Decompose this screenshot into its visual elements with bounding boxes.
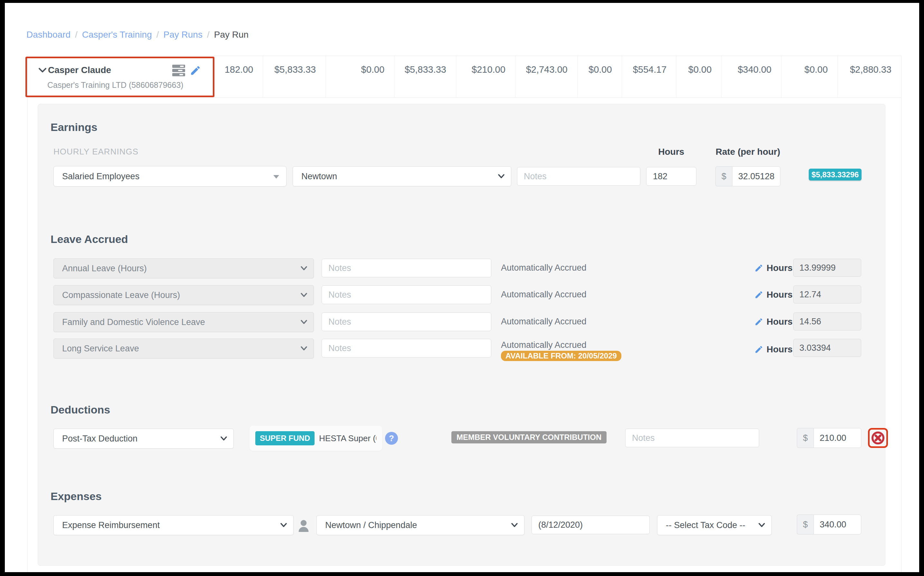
pay-category-value: Salaried Employees — [62, 171, 139, 181]
earnings-notes-input[interactable] — [517, 167, 641, 186]
summary-total-hours: 182.00 — [214, 56, 263, 98]
pay-category-select[interactable]: Salaried Employees — [53, 166, 287, 187]
leave-notes-input[interactable] — [322, 312, 491, 331]
leave-hours-label: Hours — [767, 263, 793, 273]
breadcrumb: Dashboard / Casper's Training / Pay Runs… — [26, 30, 248, 40]
deduction-money-group: $ — [797, 428, 861, 448]
leave-hours-label-group: Hours — [754, 263, 793, 273]
rate-money-group: $ — [715, 166, 780, 186]
summary-post-tax: $210.00 — [456, 56, 515, 98]
leave-status-text: Automatically Accrued — [501, 290, 586, 299]
chevron-down-icon — [511, 523, 518, 527]
leave-notes-input[interactable] — [322, 259, 491, 277]
expense-location-value: Newtown / Chippendale — [325, 520, 417, 530]
member-voluntary-contribution-badge: MEMBER VOLUNTARY CONTRIBUTION — [452, 431, 607, 443]
leave-category-select[interactable]: Annual Leave (Hours) — [53, 258, 314, 278]
edit-pencil-icon[interactable] — [754, 317, 763, 326]
edit-pencil-icon[interactable] — [754, 345, 763, 354]
summary-other: $0.00 — [676, 56, 721, 98]
summary-super: $554.17 — [622, 56, 676, 98]
employee-cell[interactable]: Casper Claude Casper's Training LTD (586… — [28, 56, 214, 98]
hours-column-label: Hours — [646, 147, 697, 157]
deductions-section-title: Deductions — [51, 403, 110, 416]
currency-prefix: $ — [797, 428, 814, 448]
leave-notes-input[interactable] — [322, 285, 491, 304]
deduction-amount-input[interactable] — [814, 428, 861, 448]
chevron-down-icon — [301, 320, 307, 324]
leave-category-value: Annual Leave (Hours) — [62, 264, 147, 273]
breadcrumb-link-business[interactable]: Casper's Training — [82, 30, 152, 40]
expense-amount-input[interactable] — [814, 515, 861, 534]
leave-status-text: Automatically Accrued — [501, 340, 586, 350]
expense-tax-code-select[interactable]: -- Select Tax Code -- — [657, 515, 772, 535]
payslip-list-icon[interactable] — [172, 64, 186, 77]
chevron-down-icon — [301, 293, 307, 297]
summary-gross: $5,833.33 — [263, 56, 325, 98]
breadcrumb-separator: / — [207, 30, 210, 40]
expenses-section-title: Expenses — [51, 490, 102, 502]
deduction-type-select[interactable]: Post-Tax Deduction — [53, 429, 234, 449]
dropdown-triangle-icon — [273, 175, 279, 179]
summary-net: $2,880.33 — [838, 56, 901, 98]
summary-deductions-other: $0.00 — [781, 56, 838, 98]
earnings-rate-input[interactable] — [732, 166, 780, 186]
chevron-down-icon — [498, 174, 504, 179]
deduction-notes-input[interactable] — [625, 429, 759, 447]
leave-hours-label: Hours — [767, 290, 793, 300]
edit-pencil-icon[interactable] — [754, 290, 763, 299]
expense-category-select[interactable]: Expense Reimbursement — [53, 515, 294, 535]
leave-category-value: Family and Domestic Violence Leave — [62, 317, 205, 327]
leave-hours-label-group: Hours — [754, 317, 793, 327]
leave-hours-label-group: Hours — [754, 290, 793, 300]
earnings-location-value: Newtown — [301, 171, 337, 181]
currency-prefix: $ — [797, 515, 814, 534]
chevron-down-icon — [280, 523, 287, 527]
earnings-group-label: HOURLY EARNINGS — [53, 147, 138, 157]
leave-category-value: Compassionate Leave (Hours) — [62, 290, 180, 300]
leave-hours-label: Hours — [767, 317, 793, 327]
leave-hours-value: 3.03394 — [793, 339, 861, 357]
employee-detail-panel: Earnings HOURLY EARNINGS Hours Rate (per… — [38, 104, 886, 566]
earnings-hours-input[interactable] — [646, 167, 697, 186]
chevron-down-icon — [301, 346, 307, 351]
expense-date-input[interactable] — [532, 515, 650, 534]
summary-expenses: $340.00 — [721, 56, 781, 98]
expense-tax-code-value: -- Select Tax Code -- — [666, 520, 745, 530]
leave-hours-value: 14.56 — [793, 312, 861, 330]
super-fund-badge: SUPER FUND — [255, 431, 315, 445]
breadcrumb-link-pay-runs[interactable]: Pay Runs — [163, 30, 202, 40]
currency-prefix: $ — [715, 166, 732, 186]
leave-notes-input[interactable] — [322, 339, 491, 357]
leave-category-select[interactable]: Family and Domestic Violence Leave — [53, 312, 314, 332]
summary-payg: $2,743.00 — [515, 56, 577, 98]
leave-status-text: Automatically Accrued — [501, 263, 586, 273]
summary-help: $0.00 — [577, 56, 622, 98]
summary-pre-tax: $0.00 — [325, 56, 394, 98]
leave-hours-label: Hours — [767, 344, 793, 355]
chevron-down-icon — [759, 523, 765, 527]
earnings-location-select[interactable]: Newtown — [293, 166, 511, 186]
person-icon — [298, 519, 310, 532]
leave-hours-value: 12.74 — [793, 285, 861, 304]
expense-money-group: $ — [797, 515, 861, 534]
chevron-down-icon[interactable] — [38, 67, 47, 73]
employee-summary-row: Casper Claude Casper's Training LTD (586… — [28, 56, 901, 98]
delete-deduction-icon[interactable] — [871, 430, 886, 445]
expense-location-select[interactable]: Newtown / Chippendale — [317, 515, 524, 535]
leave-category-select[interactable]: Compassionate Leave (Hours) — [53, 285, 314, 305]
breadcrumb-link-dashboard[interactable]: Dashboard — [26, 30, 70, 40]
breadcrumb-current: Pay Run — [214, 30, 248, 40]
earnings-section-title: Earnings — [51, 121, 97, 134]
leave-hours-label-group: Hours — [754, 344, 793, 355]
leave-hours-value: 13.99999 — [793, 259, 861, 277]
employee-company: Casper's Training LTD (58606879663) — [47, 80, 184, 90]
leave-status-text: Automatically Accrued — [501, 317, 586, 326]
leave-category-select[interactable]: Long Service Leave — [53, 339, 314, 358]
edit-pencil-icon[interactable] — [190, 65, 201, 76]
leave-section-title: Leave Accrued — [51, 233, 128, 246]
breadcrumb-separator: / — [157, 30, 159, 40]
edit-pencil-icon[interactable] — [754, 264, 763, 272]
help-icon[interactable]: ? — [385, 432, 398, 445]
chevron-down-icon — [301, 266, 307, 270]
expense-category-value: Expense Reimbursement — [62, 520, 160, 530]
